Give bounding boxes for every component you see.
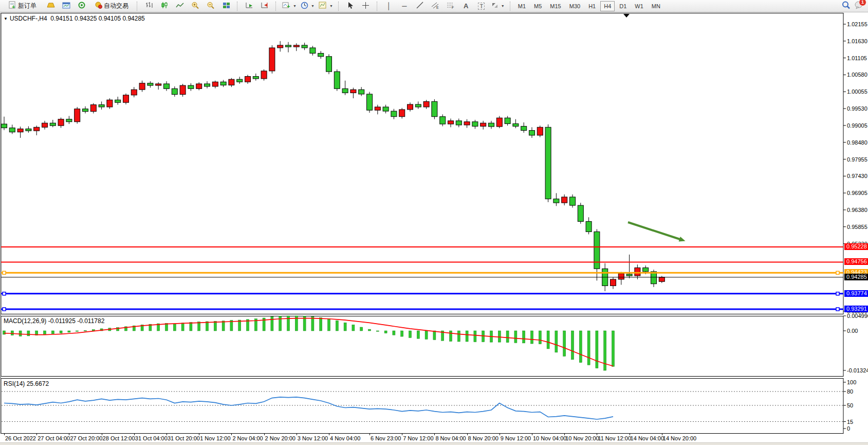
main-toolbar: + 新订单 自动交易 +▼ ▼ ▼ │ ─ E F A T ▼ (0, 0, 868, 12)
time-axis-label: 8 Nov 20:00 (468, 435, 498, 441)
new-order-button[interactable]: + 新订单 (2, 1, 43, 12)
price-tag: 0.93774 (844, 290, 868, 297)
vertical-line-icon: │ (387, 2, 391, 10)
time-axis-label: 27 Oct 20:00 (70, 435, 102, 441)
price-tag: 0.94756 (844, 258, 868, 265)
time-axis-tick (231, 434, 232, 435)
notification-badge: 1 (859, 0, 866, 6)
time-axis-label: 14 Nov 04:00 (631, 435, 664, 441)
axis-tick-label: 0.99005 (847, 122, 867, 129)
time-axis-tick (467, 434, 468, 435)
crosshair-button[interactable] (358, 1, 374, 12)
window-left-edge (0, 13, 1, 434)
symbol-dropdown-icon[interactable]: ▼ (4, 16, 8, 21)
text-label-icon: T (478, 3, 485, 10)
signal-icon (78, 2, 85, 10)
time-axis-tick (264, 434, 265, 435)
vertical-line-button[interactable]: │ (381, 1, 397, 12)
time-axis-label: 1 Nov 12:00 (200, 435, 230, 441)
bar-chart-icon (145, 2, 153, 10)
time-axis-label: 2 Nov 04:00 (232, 435, 263, 441)
timeframe-button-mn[interactable]: MN (648, 1, 664, 11)
bar-chart-type-button[interactable] (141, 1, 157, 12)
chart-shift-marker[interactable] (623, 14, 630, 17)
toolbar-separator (137, 2, 139, 11)
time-axis-label: 6 Nov 23:00 (371, 435, 401, 441)
axis-tick-label: 1.00055 (847, 88, 867, 95)
axis-tick-label: 1.01105 (847, 55, 867, 61)
indicators-button[interactable]: +▼ (280, 1, 299, 12)
toolbar-separator (237, 2, 239, 11)
axis-tick-label: 0.97955 (847, 156, 867, 163)
price-tag: 0.95228 (844, 243, 868, 250)
news-button[interactable]: 1 (855, 1, 864, 11)
horizontal-line-icon: ─ (402, 2, 407, 10)
line-chart-type-button[interactable] (172, 1, 188, 12)
time-axis-tick (297, 434, 297, 435)
time-axis-label: 8 Nov 04:00 (435, 435, 466, 441)
time-axis-tick (36, 434, 37, 435)
toolbar-separator (510, 2, 512, 11)
gold-button[interactable] (43, 1, 59, 12)
candlestick-type-button[interactable] (157, 1, 172, 12)
line-chart-icon (176, 2, 184, 10)
trendline-button[interactable] (412, 1, 428, 12)
market-window-icon (62, 2, 70, 10)
new-order-label: 新订单 (18, 2, 36, 10)
signal-button[interactable] (74, 1, 89, 12)
time-axis-tick (532, 434, 532, 435)
axis-tick-label: 0.95855 (847, 224, 867, 230)
time-axis-label: 7 Nov 12:00 (403, 435, 433, 441)
timeframe-button-m15[interactable]: M15 (546, 1, 564, 11)
time-axis-tick (402, 434, 402, 435)
price-tag: 0.93291 (844, 306, 868, 312)
auto-scroll-button[interactable] (242, 1, 257, 12)
axis-tick-label: 100 (847, 379, 856, 385)
timeframe-button-d1[interactable]: D1 (616, 1, 630, 11)
arrows-button[interactable]: ▼ (489, 1, 507, 12)
timeframe-button-w1[interactable]: W1 (631, 1, 647, 11)
equidistant-channel-button[interactable]: E (428, 1, 443, 12)
zoom-out-icon (207, 2, 215, 11)
timeframe-button-m5[interactable]: M5 (530, 1, 545, 11)
time-axis-label: 14 Nov 20:00 (663, 435, 696, 441)
time-axis-tick (4, 434, 5, 435)
timeframe-button-m1[interactable]: M1 (514, 1, 529, 11)
time-axis-label: 27 Oct 04:00 (38, 435, 70, 441)
cursor-button[interactable] (343, 1, 358, 12)
search-icon[interactable] (842, 1, 851, 11)
time-axis-label: 9 Nov 12:00 (501, 435, 531, 441)
axis-tick-label: 0.99530 (847, 105, 867, 112)
text-label-button[interactable]: T (474, 1, 489, 12)
toolbar-separator (338, 2, 341, 11)
chart-canvas[interactable] (0, 13, 868, 434)
timeframe-button-h4[interactable]: H4 (600, 1, 615, 11)
periods-button[interactable]: ▼ (299, 1, 317, 12)
chart-shift-button[interactable] (257, 1, 272, 12)
market-window-button[interactable] (59, 1, 74, 12)
trading-terminal-window: + 新订单 自动交易 +▼ ▼ ▼ │ ─ E F A T ▼ (0, 0, 868, 445)
equidistant-channel-icon: E (431, 2, 439, 11)
zoom-in-icon (191, 2, 199, 11)
rsi-pane[interactable] (1, 379, 843, 434)
timeframe-button-h1[interactable]: H1 (585, 1, 599, 11)
timeframe-button-m30[interactable]: M30 (566, 1, 584, 11)
axis-tick-label: 50 (847, 402, 853, 408)
chart-title[interactable]: ▼USDCHF-,H4 0.94151 0.94325 0.94105 0.94… (4, 15, 145, 22)
fibonacci-icon: F (447, 2, 455, 11)
text-button[interactable]: A (458, 1, 474, 12)
horizontal-line-button[interactable]: ─ (397, 1, 412, 12)
main-pane[interactable] (1, 13, 843, 314)
tile-windows-button[interactable] (218, 1, 234, 12)
macd-pane[interactable] (1, 316, 843, 377)
fibonacci-button[interactable]: F (443, 1, 458, 12)
zoom-in-button[interactable] (188, 1, 203, 12)
tile-windows-icon (223, 2, 230, 10)
zoom-out-button[interactable] (203, 1, 218, 12)
chevron-down-icon: ▼ (501, 4, 505, 8)
template-button[interactable]: ▼ (317, 1, 335, 12)
svg-text:+: + (12, 4, 15, 9)
auto-trading-button[interactable]: 自动交易 (89, 1, 134, 12)
axis-tick-label: 0.00 (847, 328, 858, 334)
cursor-icon (347, 2, 354, 11)
